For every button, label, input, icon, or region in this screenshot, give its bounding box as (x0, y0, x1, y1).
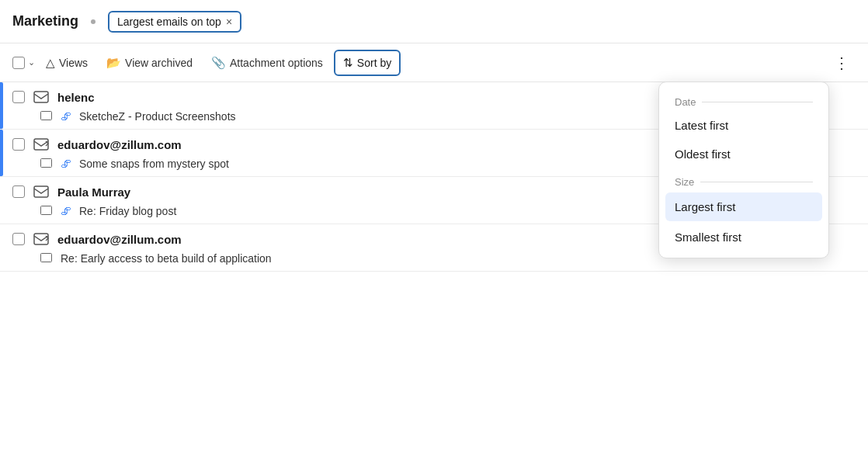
header: Marketing Largest emails on top × (0, 0, 868, 43)
attachment-options-button[interactable]: 📎 Attachment options (203, 51, 331, 75)
attachment-options-label: Attachment options (230, 57, 323, 69)
views-button[interactable]: △ Views (38, 51, 95, 75)
email-subject-text: Re: Friday blog post (79, 205, 176, 217)
attachment-icon: 📎 (211, 56, 226, 70)
select-all-checkbox[interactable] (12, 57, 25, 69)
email-checkbox[interactable] (12, 185, 25, 198)
smallest-first-option[interactable]: Smallest first (659, 223, 828, 251)
email-sender-name: eduardov@zillum.com (57, 138, 182, 151)
attachment-clip-icon: 🖇 (61, 110, 71, 123)
date-section-label: Date (659, 88, 828, 111)
svg-rect-4 (34, 186, 48, 197)
email-sender-name: helenc (57, 91, 95, 104)
svg-rect-0 (34, 92, 48, 102)
email-subject-text: Some snaps from mystery spot (79, 158, 229, 170)
email-sender-name: Paula Murray (57, 185, 130, 199)
more-icon: ⋮ (834, 54, 849, 71)
views-label: Views (59, 57, 88, 69)
oldest-first-option[interactable]: Oldest first (659, 140, 828, 168)
email-subject-text: Re: Early access to beta build of applic… (61, 252, 272, 265)
email-checkbox[interactable] (12, 138, 25, 151)
svg-rect-7 (41, 253, 52, 262)
svg-rect-5 (41, 206, 52, 214)
device-icon (40, 206, 53, 217)
email-type-icon (33, 230, 50, 248)
email-subject-text: SketcheZ - Product Screenshots (79, 110, 236, 123)
view-archived-button[interactable]: 📂 View archived (99, 51, 200, 75)
archive-icon: 📂 (106, 56, 121, 70)
filter-icon: △ (46, 56, 55, 70)
close-icon[interactable]: × (226, 16, 232, 28)
filter-tag[interactable]: Largest emails on top × (108, 11, 241, 33)
device-icon (40, 158, 53, 170)
chevron-down-icon[interactable]: ⌄ (28, 57, 35, 68)
email-checkbox[interactable] (12, 233, 25, 245)
more-options-button[interactable]: ⋮ (828, 50, 856, 75)
view-archived-label: View archived (125, 57, 193, 69)
latest-first-option[interactable]: Latest first (659, 111, 828, 140)
svg-rect-1 (41, 111, 52, 120)
sort-by-label: Sort by (357, 57, 391, 69)
sort-icon: ⇅ (343, 56, 353, 70)
device-icon (40, 253, 53, 265)
email-type-icon (33, 88, 50, 106)
svg-rect-6 (34, 234, 48, 244)
email-type-icon (33, 136, 50, 153)
attachment-clip-icon: 🖇 (61, 205, 71, 217)
toolbar: ⌄ △ Views 📂 View archived 📎 Attachment o… (0, 43, 868, 82)
svg-rect-2 (34, 139, 48, 150)
filter-tag-label: Largest emails on top (117, 16, 221, 28)
email-type-icon (33, 183, 50, 200)
sort-by-button[interactable]: ⇅ Sort by (334, 50, 401, 76)
sort-by-dropdown: Date Latest first Oldest first Size Larg… (658, 81, 829, 258)
attachment-clip-icon: 🖇 (61, 158, 71, 170)
email-checkbox[interactable] (12, 91, 25, 103)
email-sender-name: eduardov@zillum.com (57, 233, 182, 246)
device-icon (40, 111, 53, 123)
dot-separator (91, 19, 95, 24)
page-title: Marketing (12, 13, 78, 29)
largest-first-option[interactable]: Largest first (665, 192, 822, 221)
svg-rect-3 (41, 158, 52, 167)
size-section-label: Size (659, 168, 828, 191)
